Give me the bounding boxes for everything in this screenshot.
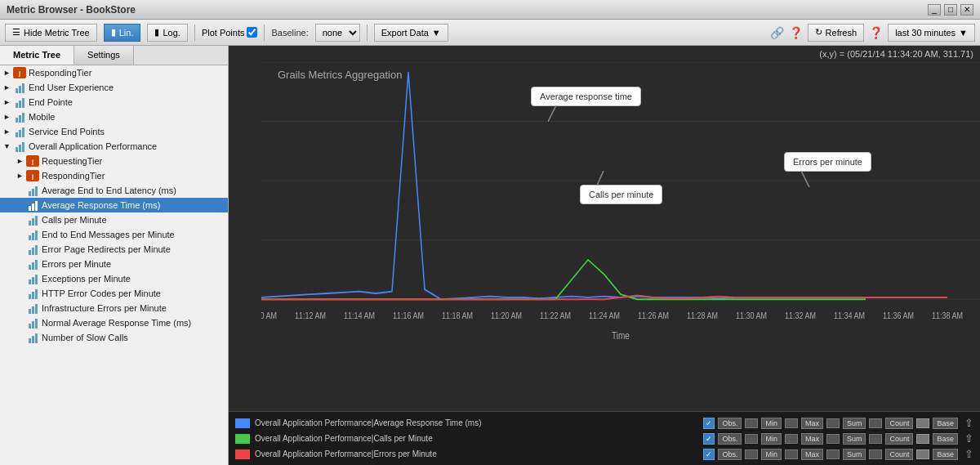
link-icon-button[interactable]: 🔗 — [770, 26, 784, 39]
legend-checkbox-2[interactable]: ✓ — [703, 433, 715, 445]
separator-3 — [367, 25, 368, 41]
obs-button-2[interactable]: Obs. — [718, 433, 742, 445]
upload-icon-3[interactable]: ⇧ — [964, 448, 973, 460]
sum-box-1 — [826, 418, 840, 428]
count-box-2 — [869, 434, 882, 444]
tree-item-service-end-points[interactable]: ► Service End Points — [0, 124, 228, 139]
base-button-3[interactable]: Base — [933, 449, 958, 460]
tree-item-error-page[interactable]: Error Page Redirects per Minute — [0, 242, 228, 257]
hide-tree-button[interactable]: ☰ Hide Metric Tree — [5, 24, 97, 42]
expand-icon: ► — [16, 157, 26, 165]
help2-icon-button[interactable]: ❓ — [869, 26, 883, 39]
tree-item-exceptions[interactable]: Exceptions per Minute — [0, 271, 228, 286]
base-button-2[interactable]: Base — [933, 433, 958, 445]
baseline-label: Baseline: — [271, 28, 308, 38]
expand-icon: ► — [3, 69, 13, 77]
count-button-2[interactable]: Count — [885, 433, 913, 445]
legend-label-avg-response: Overall Application Performance|Average … — [255, 418, 703, 427]
count-button-1[interactable]: Count — [885, 418, 913, 429]
svg-text:Time: Time — [612, 330, 630, 341]
tree-item-requesting-tier[interactable]: ► j RequestingTier — [0, 154, 228, 168]
close-button[interactable]: ✕ — [960, 4, 973, 16]
sum-box-3 — [826, 449, 840, 459]
expand-icon — [16, 186, 26, 194]
svg-text:11:14 AM: 11:14 AM — [344, 311, 375, 321]
count-button-3[interactable]: Count — [885, 449, 913, 460]
sum-button-3[interactable]: Sum — [843, 449, 866, 460]
tree-item-avg-response-time[interactable]: Average Response Time (ms) — [0, 198, 228, 212]
bar-chart-icon — [26, 229, 39, 240]
java-icon: j — [26, 155, 39, 167]
tree-area[interactable]: ► j RespondingTier ► End User Experience… — [0, 65, 228, 465]
max-button-3[interactable]: Max — [801, 449, 823, 460]
java-icon: j — [13, 67, 26, 78]
refresh-button[interactable]: ↻ Refresh — [808, 24, 865, 42]
svg-text:11:18 AM: 11:18 AM — [442, 311, 473, 321]
min-button-3[interactable]: Min — [761, 449, 782, 460]
bar-chart-icon — [26, 332, 39, 343]
callout-avg-response: Average response time — [531, 87, 641, 106]
legend-color-errors — [235, 449, 250, 459]
plot-points-checkbox[interactable] — [247, 27, 257, 38]
expand-icon — [16, 245, 26, 253]
bar-chart-icon — [26, 199, 39, 211]
tree-item-errors-per-min[interactable]: Errors per Minute — [0, 257, 228, 271]
tree-item-infra-errors[interactable]: Infrastructure Errors per Minute — [0, 301, 228, 315]
legend-controls-3: ✓ Obs. Min Max Sum Count Base ⇧ — [703, 448, 973, 460]
tree-item-normal-avg[interactable]: Normal Average Response Time (ms) — [0, 315, 228, 330]
max-button-2[interactable]: Max — [801, 433, 823, 445]
tree-item-slow-calls[interactable]: Number of Slow Calls — [0, 330, 228, 345]
legend-color-avg-response — [235, 418, 250, 428]
restore-button[interactable]: □ — [944, 4, 957, 16]
tree-item-avg-e2e[interactable]: Average End to End Latency (ms) — [0, 183, 228, 198]
main-area: Metric Tree Settings ► j RespondingTier … — [0, 46, 980, 465]
tree-item-mobile[interactable]: ► Mobile — [0, 110, 228, 124]
legend-row-calls: Overall Application Performance|Calls pe… — [235, 431, 973, 446]
legend-checkbox-1[interactable]: ✓ — [703, 418, 715, 429]
log-button[interactable]: ▮ Log. — [147, 24, 187, 42]
tab-settings[interactable]: Settings — [74, 46, 134, 65]
svg-text:11:30 AM: 11:30 AM — [736, 311, 767, 321]
tree-item-e2e-msgs[interactable]: End to End Messages per Minute — [0, 227, 228, 242]
plot-points-container: Plot Points — [202, 27, 258, 38]
min-button-2[interactable]: Min — [761, 433, 782, 445]
callout-calls-per-min: Calls per minute — [580, 185, 662, 204]
chart-container: Grails Metrics Aggregation .grid-line { … — [229, 62, 980, 411]
tab-metric-tree[interactable]: Metric Tree — [0, 46, 74, 65]
tree-item-end-pointe[interactable]: ► End Pointe — [0, 95, 228, 110]
main-toolbar: ☰ Hide Metric Tree ▮ Lin. ▮ Log. Plot Po… — [0, 20, 980, 46]
sum-button-2[interactable]: Sum — [843, 433, 866, 445]
tree-item-http-errors[interactable]: HTTP Error Codes per Minute — [0, 286, 228, 301]
expand-icon — [16, 333, 26, 342]
baseline-select[interactable]: none — [315, 24, 360, 42]
max-button-1[interactable]: Max — [801, 418, 823, 429]
min-button-1[interactable]: Min — [761, 418, 782, 429]
base-button-1[interactable]: Base — [933, 418, 958, 429]
svg-text:11:10 AM: 11:10 AM — [261, 311, 277, 321]
obs-button-1[interactable]: Obs. — [718, 418, 742, 429]
obs-button-3[interactable]: Obs. — [718, 449, 742, 460]
max-box-2 — [785, 434, 798, 444]
time-dropdown-icon: ▼ — [959, 28, 968, 38]
legend-checkbox-3[interactable]: ✓ — [703, 449, 715, 460]
help-icon-button[interactable]: ❓ — [789, 26, 803, 39]
minimize-button[interactable]: _ — [928, 4, 941, 16]
base-box-3 — [916, 449, 929, 459]
tree-item-calls-per-min[interactable]: Calls per Minute — [0, 212, 228, 227]
upload-icon-1[interactable]: ⇧ — [964, 417, 973, 429]
tree-item-responding-tier-child[interactable]: ► j RespondingTier — [0, 168, 228, 183]
time-range-button[interactable]: last 30 minutes ▼ — [888, 24, 975, 42]
tree-item-responding-tier-top[interactable]: ► j RespondingTier — [0, 65, 228, 80]
tab-bar: Metric Tree Settings — [0, 46, 228, 65]
lin-button[interactable]: ▮ Lin. — [104, 24, 141, 42]
count-box-1 — [869, 418, 882, 428]
upload-icon-2[interactable]: ⇧ — [964, 432, 973, 445]
tree-item-overall-app-perf[interactable]: ▼ Overall Application Performance — [0, 139, 228, 154]
svg-text:11:26 AM: 11:26 AM — [638, 311, 669, 321]
tree-item-end-user-exp[interactable]: ► End User Experience — [0, 80, 228, 95]
expand-icon — [16, 201, 26, 209]
refresh-area: 🔗 ❓ ↻ Refresh ❓ last 30 minutes ▼ — [770, 24, 975, 42]
svg-text:11:24 AM: 11:24 AM — [589, 311, 620, 321]
export-button[interactable]: Export Data ▼ — [374, 24, 448, 42]
sum-button-1[interactable]: Sum — [843, 418, 866, 429]
